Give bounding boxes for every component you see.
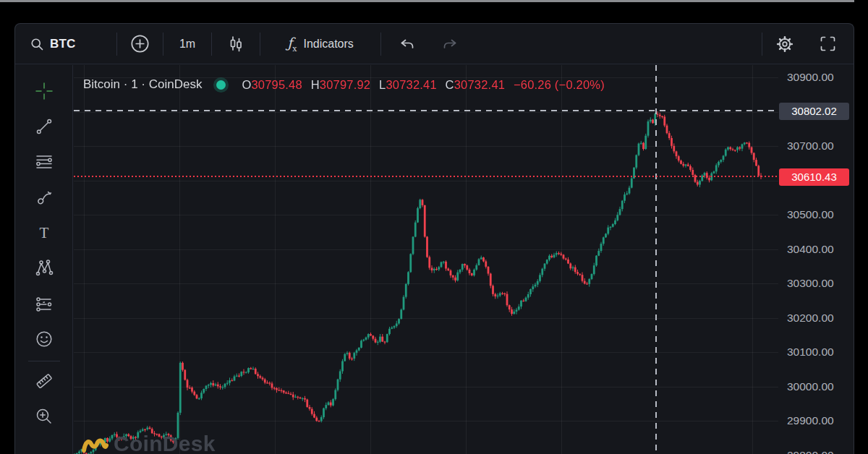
price-chart[interactable]	[74, 65, 778, 454]
text-tool[interactable]: T	[28, 217, 60, 249]
projection-icon	[34, 294, 54, 314]
price-axis-label: 30000.00	[787, 380, 834, 393]
fullscreen-icon	[819, 35, 837, 53]
page: BTC 1m	[0, 0, 868, 454]
chart-legend: Bitcoin · 1 · CoinDesk O30795.48 H30797.…	[83, 75, 605, 94]
undo-icon	[399, 35, 416, 53]
projection-tool[interactable]	[28, 288, 60, 320]
interval-label: 1m	[179, 38, 195, 51]
price-axis-label: 30900.00	[787, 71, 834, 84]
last-price-badge: 30610.43	[779, 168, 849, 186]
price-axis-label: 29900.00	[787, 414, 834, 427]
legend-change: −60.26 (−0.20%)	[514, 78, 605, 91]
crosshair-icon	[34, 81, 54, 101]
measure-tool[interactable]	[28, 365, 60, 397]
emoji-tool[interactable]	[28, 323, 60, 355]
coindesk-watermark: CoinDesk	[81, 433, 216, 454]
indicators-label: Indicators	[303, 38, 353, 51]
window-top-edge	[0, 0, 854, 2]
fullscreen-button[interactable]	[807, 24, 848, 64]
fib-retracement-icon	[34, 152, 54, 172]
toolbar-divider	[28, 361, 60, 361]
smiley-icon	[34, 329, 54, 349]
redo-button[interactable]	[430, 24, 470, 64]
price-axis-label: 30300.00	[787, 277, 834, 290]
symbol-search-button[interactable]: BTC	[15, 24, 116, 64]
brush-tool[interactable]	[28, 181, 60, 213]
text-icon: T	[34, 223, 54, 243]
brush-icon	[34, 187, 54, 207]
chart-style-button[interactable]	[212, 24, 260, 64]
svg-text:T: T	[39, 224, 48, 241]
coindesk-logo-icon	[81, 433, 109, 454]
trend-line-icon	[34, 116, 54, 137]
cursor-crosshair-tool[interactable]	[28, 75, 60, 107]
gear-icon	[775, 35, 794, 53]
legend-title[interactable]: Bitcoin · 1 · CoinDesk	[83, 77, 202, 92]
chart-widget: BTC 1m	[14, 23, 854, 454]
price-axis-label: 30700.00	[787, 140, 834, 153]
ruler-icon	[34, 371, 54, 391]
legend-ohlc: O30795.48 H30797.92 L30732.41 C30732.41 …	[242, 78, 604, 92]
fx-icon: ƒx	[287, 35, 297, 53]
xabcd-pattern-icon	[34, 258, 54, 278]
price-axis-label: 29800.00	[787, 449, 834, 454]
interval-button[interactable]: 1m	[163, 24, 211, 64]
settings-button[interactable]	[762, 24, 807, 64]
redo-icon	[441, 35, 459, 53]
fib-retracement-tool[interactable]	[28, 146, 60, 178]
watermark-text: CoinDesk	[114, 433, 216, 454]
drawing-toolbar: T	[15, 65, 73, 454]
zoom-in-icon	[34, 406, 54, 427]
xabcd-pattern-tool[interactable]	[28, 252, 60, 284]
price-axis-label: 30200.00	[787, 312, 834, 325]
price-axis-label: 30500.00	[787, 208, 834, 221]
plus-circle-icon	[130, 34, 150, 53]
symbol-label: BTC	[50, 37, 76, 51]
price-axis[interactable]: 30900.0030700.0030500.0030400.0030300.00…	[778, 65, 854, 454]
indicators-button[interactable]: ƒx Indicators	[260, 24, 380, 64]
zoom-in-tool[interactable]	[28, 401, 60, 432]
price-axis-label: 30400.00	[787, 243, 834, 256]
search-icon	[30, 37, 44, 51]
crosshair-price-badge: 30802.02	[779, 103, 849, 120]
undo-button[interactable]	[385, 24, 430, 64]
trend-line-tool[interactable]	[28, 111, 60, 142]
toolbar-separator	[380, 33, 381, 56]
price-axis-label: 30100.00	[787, 346, 834, 359]
compare-add-button[interactable]	[117, 24, 163, 64]
candlestick-icon	[226, 35, 245, 53]
top-toolbar: BTC 1m	[15, 24, 854, 64]
market-status-dot[interactable]	[216, 80, 226, 90]
